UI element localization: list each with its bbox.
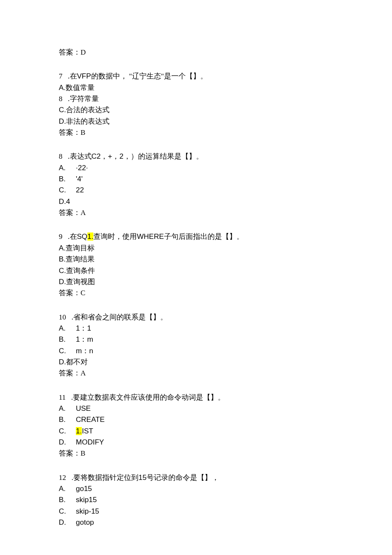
q8-option-b: B.'4' (59, 174, 392, 185)
q12-option-c: C.skip-15 (59, 506, 392, 517)
q8-a-value: ·22· (76, 163, 88, 174)
q10-a-letter: A. (59, 323, 76, 334)
q9-option-a: A.查询目标A.查询目标 (59, 243, 392, 254)
q12-stem-num: 15 (138, 474, 147, 482)
q10-b-value: 1：m (76, 334, 93, 345)
q11-c-highlight: 1. (76, 427, 82, 435)
q11-d-letter: D. (59, 437, 76, 448)
q7-answer: 答案：B (59, 127, 392, 138)
q8-stem-expr: C2，+，2，） (92, 152, 138, 160)
q8-stem: 8 .表达式C2，+，2，）的运算结果是【】。 (59, 151, 392, 162)
q12-a-value: go15 (76, 483, 92, 494)
q8-stem-prefix: 8 .表达式 (59, 152, 92, 160)
q12-b-letter: B. (59, 494, 76, 506)
q11-stem: 11 .要建立数据表文件应该使用的命令动词是【】。 (59, 392, 392, 403)
q12-stem-prefix: 12 .要将数据指针定位到 (59, 474, 138, 482)
q8-a-letter: A. (59, 163, 76, 174)
q11-a-letter: A. (59, 403, 76, 414)
q7-option-a: A.A.数值常量数值常量 (59, 82, 392, 93)
q10-c-letter: C. (59, 346, 76, 357)
q12-option-d: D.gotop (59, 517, 392, 528)
q8-b-value: '4' (76, 174, 83, 185)
q11-option-b: B.CREATE (59, 414, 392, 425)
q9-stem-sq: SQ (77, 232, 88, 241)
q12-d-value: gotop (76, 517, 94, 528)
q12-stem-suffix: 号记录的命令是【】， (147, 474, 219, 482)
q8-option-d: D.4 (59, 196, 392, 207)
q11-d-value: MODIFY (76, 437, 104, 448)
q9-stem-prefix: 9 .在 (59, 232, 77, 241)
q9-option-c: C.查询条件C.查询条件 (59, 265, 392, 276)
q8-b-letter: B. (59, 174, 76, 185)
q10-option-b: B.1：m (59, 334, 392, 345)
q11-c-tail: IST (82, 427, 93, 435)
q7-stem-suffix: 的数据中， "辽宁生态"是一个【】。 (91, 72, 208, 80)
q10-b-letter: B. (59, 334, 76, 345)
q6-answer: 答案：D (59, 47, 392, 58)
q8-option-a: A.·22· (59, 163, 392, 174)
q12-c-letter: C. (59, 506, 76, 517)
q11-c-value: 1.IST (76, 426, 93, 437)
q9-answer: 答案：C (59, 288, 392, 299)
q11-option-d: D.MODIFY (59, 437, 392, 448)
q9-option-d: D.查询视图D.查询视图 (59, 276, 392, 288)
q7-stem-prefix: 7 .在 (59, 72, 77, 80)
q12-option-b: B.skip15 (59, 494, 392, 506)
q8-c-letter: C. (59, 185, 76, 196)
q7-stem: 7 .在VFP的数据中， "辽宁生态"是一个【】。 (59, 71, 392, 82)
q11-b-letter: B. (59, 414, 76, 425)
q10-stem: 10 .省和省会之间的联系是【】。 (59, 312, 392, 323)
q10-option-d: D.都不对D.都不对 (59, 357, 392, 368)
q9-stem-where: WHERE (137, 232, 164, 241)
q9-stem-suffix: 子句后面指出的是【】。 (164, 232, 244, 241)
q12-stem: 12 .要将数据指针定位到15号记录的命令是【】， (59, 472, 392, 483)
q10-a-value: 1：1 (76, 323, 91, 334)
q12-c-value: skip-15 (76, 506, 99, 517)
q7-option-b: 8 .字符常量 (59, 93, 392, 105)
q8-option-c: C.22 (59, 185, 392, 196)
q10-option-c: C.m：n (59, 346, 392, 357)
q8-answer: 答案：A (59, 207, 392, 218)
q9-stem: 9 .在SQ1.查询时，使用WHERE子句后面指出的是【】。 (59, 231, 392, 242)
q7-option-d: D.非法的表达式D.非法的表达式 (59, 116, 392, 127)
q11-c-letter: C. (59, 426, 76, 437)
q9-stem-highlight: 1. (87, 232, 93, 241)
q7-stem-vfp: VFP (77, 72, 91, 80)
q9-stem-mid: 查询时，使用 (93, 232, 137, 241)
q8-c-value: 22 (76, 185, 84, 196)
q12-a-letter: A. (59, 483, 76, 494)
q11-answer: 答案：B (59, 448, 392, 459)
q9-option-b: B.查询结果B.查询结果 (59, 254, 392, 265)
q12-d-letter: D. (59, 517, 76, 528)
q10-answer: 答案：A (59, 368, 392, 379)
q12-option-a: A.go15 (59, 483, 392, 494)
q11-a-value: USE (76, 403, 91, 414)
q11-option-c: C.1.IST (59, 426, 392, 437)
q12-b-value: skip15 (76, 494, 97, 506)
q8-stem-suffix: 的运算结果是【】。 (138, 152, 203, 160)
q8-d-value: D.4 (59, 198, 70, 206)
q7-option-c: C.合法的表达式C.合法的表达式 (59, 105, 392, 116)
q11-b-value: CREATE (76, 414, 105, 425)
q11-option-a: A.USE (59, 403, 392, 414)
q10-option-a: A.1：1 (59, 323, 392, 334)
q10-c-value: m：n (76, 346, 93, 357)
